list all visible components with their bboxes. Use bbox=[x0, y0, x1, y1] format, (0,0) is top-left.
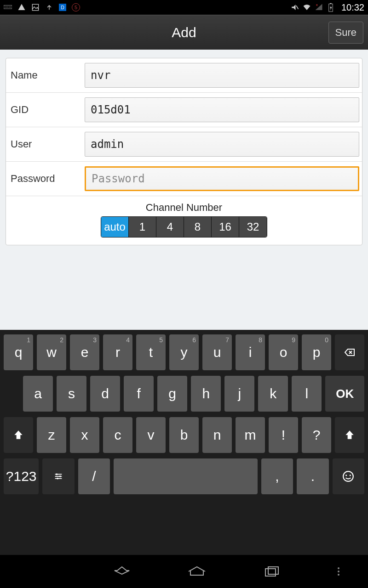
svg-line-7 bbox=[296, 6, 299, 9]
key-p[interactable]: 0p bbox=[302, 334, 331, 370]
comma-key[interactable]: , bbox=[261, 458, 293, 494]
svg-point-19 bbox=[343, 471, 353, 481]
svg-point-17 bbox=[59, 475, 61, 477]
key-r[interactable]: 4r bbox=[103, 334, 132, 370]
keyboard-status-icon bbox=[4, 3, 12, 11]
notification-count-icon: 5 bbox=[72, 3, 80, 11]
channel-section: Channel Number auto1481632 bbox=[6, 196, 362, 245]
key-g[interactable]: g bbox=[157, 376, 187, 412]
key-b[interactable]: b bbox=[169, 417, 199, 453]
svg-point-18 bbox=[57, 478, 58, 480]
channel-option-8[interactable]: 8 bbox=[184, 217, 212, 237]
key-s[interactable]: s bbox=[57, 376, 86, 412]
key-q[interactable]: 1q bbox=[4, 334, 33, 370]
key-x[interactable]: x bbox=[70, 417, 99, 453]
channel-label: Channel Number bbox=[6, 202, 362, 214]
page-title: Add bbox=[172, 25, 196, 40]
row-gid: GID bbox=[6, 93, 362, 127]
key-u[interactable]: 7u bbox=[202, 334, 232, 370]
user-label: User bbox=[9, 138, 85, 150]
app-header: Add Sure bbox=[0, 15, 368, 50]
svg-point-16 bbox=[56, 474, 58, 475]
mute-icon bbox=[291, 3, 299, 11]
key-z[interactable]: z bbox=[37, 417, 66, 453]
shift-left-key[interactable] bbox=[4, 417, 33, 453]
home-nav-icon[interactable] bbox=[188, 562, 206, 581]
key-k[interactable]: k bbox=[258, 376, 288, 412]
key-f[interactable]: f bbox=[124, 376, 154, 412]
channel-option-1[interactable]: 1 bbox=[129, 217, 156, 237]
channel-option-16[interactable]: 16 bbox=[212, 217, 239, 237]
name-label: Name bbox=[9, 69, 85, 81]
sure-button[interactable]: Sure bbox=[328, 22, 363, 44]
symbols-key[interactable]: ?123 bbox=[4, 458, 39, 494]
more-nav-icon[interactable] bbox=[338, 567, 339, 576]
key-m[interactable]: m bbox=[236, 417, 265, 453]
key-d[interactable]: d bbox=[90, 376, 120, 412]
svg-point-20 bbox=[345, 475, 347, 476]
gid-label: GID bbox=[9, 104, 85, 116]
app-badge-icon: D bbox=[59, 4, 66, 11]
user-input[interactable] bbox=[85, 132, 359, 157]
wifi-icon bbox=[303, 3, 311, 11]
password-label: Password bbox=[9, 173, 85, 185]
upload-icon bbox=[45, 3, 53, 11]
slash-key[interactable]: / bbox=[78, 458, 110, 494]
key-l[interactable]: l bbox=[292, 376, 322, 412]
key-w[interactable]: 2w bbox=[37, 334, 66, 370]
space-key[interactable] bbox=[114, 458, 257, 494]
key-a[interactable]: a bbox=[23, 376, 53, 412]
svg-rect-23 bbox=[268, 567, 278, 574]
recent-nav-icon[interactable] bbox=[263, 562, 281, 581]
period-key[interactable]: . bbox=[297, 458, 328, 494]
back-nav-icon[interactable] bbox=[113, 562, 131, 581]
channel-option-auto[interactable]: auto bbox=[101, 217, 129, 237]
svg-rect-22 bbox=[265, 569, 276, 576]
battery-charging-icon bbox=[327, 3, 335, 11]
image-icon bbox=[31, 3, 40, 11]
status-time: 10:32 bbox=[341, 2, 364, 13]
row-user: User bbox=[6, 127, 362, 162]
settings-key[interactable] bbox=[42, 458, 74, 494]
key-y[interactable]: 6y bbox=[169, 334, 199, 370]
form-card: Name GID User Password Channel Number au… bbox=[6, 58, 362, 245]
signal-icon: x bbox=[315, 3, 323, 11]
name-input[interactable] bbox=[85, 63, 359, 88]
svg-rect-10 bbox=[330, 3, 331, 4]
key-j[interactable]: j bbox=[224, 376, 254, 412]
key-question[interactable]: ? bbox=[302, 417, 331, 453]
key-h[interactable]: h bbox=[191, 376, 221, 412]
svg-point-21 bbox=[350, 475, 351, 476]
key-n[interactable]: n bbox=[202, 417, 232, 453]
key-t[interactable]: 5t bbox=[136, 334, 166, 370]
key-e[interactable]: 3e bbox=[70, 334, 99, 370]
emoji-key[interactable] bbox=[333, 458, 364, 494]
form-area: Name GID User Password Channel Number au… bbox=[0, 50, 368, 330]
warning-icon bbox=[17, 3, 26, 11]
key-v[interactable]: v bbox=[136, 417, 166, 453]
row-password: Password bbox=[6, 162, 362, 196]
channel-option-32[interactable]: 32 bbox=[239, 217, 267, 237]
key-i[interactable]: 8i bbox=[236, 334, 265, 370]
system-nav-bar bbox=[0, 555, 368, 588]
gid-input[interactable] bbox=[85, 97, 359, 122]
svg-text:x: x bbox=[316, 3, 318, 7]
key-c[interactable]: c bbox=[103, 417, 132, 453]
channel-option-4[interactable]: 4 bbox=[156, 217, 184, 237]
status-bar: D 5 x 10:32 bbox=[0, 0, 368, 15]
shift-right-key[interactable] bbox=[335, 417, 364, 453]
ok-key[interactable]: OK bbox=[325, 376, 364, 412]
key-o[interactable]: 9o bbox=[269, 334, 298, 370]
key-exclaim[interactable]: ! bbox=[269, 417, 298, 453]
row-name: Name bbox=[6, 58, 362, 93]
backspace-key[interactable] bbox=[335, 334, 364, 370]
soft-keyboard: 1q2w3e4r5t6y7u8i9o0p asdfghjklOK zxcvbnm… bbox=[0, 330, 368, 555]
channel-segmented: auto1481632 bbox=[101, 216, 267, 237]
password-input[interactable] bbox=[85, 166, 359, 191]
